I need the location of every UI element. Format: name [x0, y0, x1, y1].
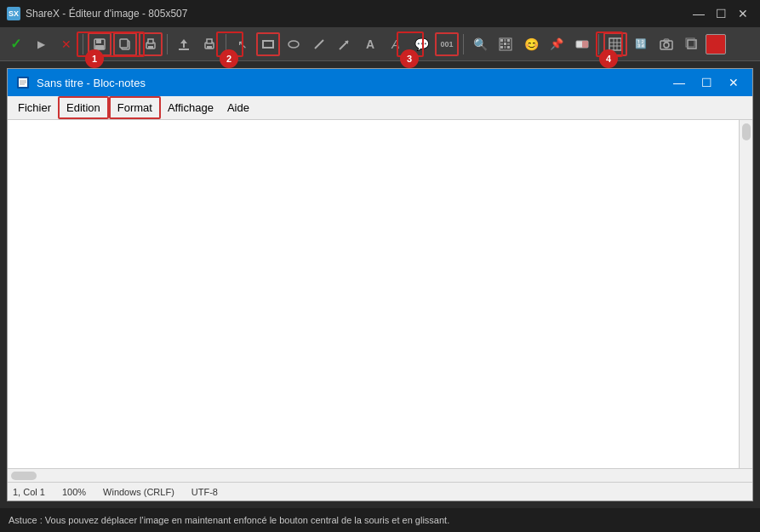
upload-button[interactable] — [172, 32, 196, 56]
cursor-tool[interactable]: ↖ — [231, 32, 254, 56]
svg-rect-19 — [504, 39, 506, 42]
magnify-tool[interactable]: 🔍 — [468, 32, 492, 56]
rectangle-tool[interactable] — [256, 32, 280, 56]
separator-2 — [167, 34, 168, 54]
menu-fichier[interactable]: Fichier — [11, 98, 58, 117]
screenshot-tool[interactable] — [654, 32, 678, 56]
notepad-textarea[interactable] — [8, 120, 739, 468]
sharex-title: ShareX - Éditeur d'image - 805x507 — [26, 8, 689, 20]
svg-rect-29 — [609, 38, 621, 50]
notepad-zoom: 100% — [62, 487, 86, 497]
bottom-scrollbar-thumb — [11, 472, 37, 480]
sharex-tip: Astuce : Vous pouvez déplacer l'image en… — [9, 515, 449, 525]
arrow-tool[interactable] — [333, 32, 357, 56]
notepad-content-area — [8, 120, 752, 468]
copy-button[interactable] — [113, 32, 137, 56]
scrollbar-thumb — [742, 123, 751, 140]
print-button[interactable] — [139, 32, 163, 56]
sticker-tool[interactable]: 📌 — [545, 32, 569, 56]
sharex-titlebar-controls: — ☐ ✕ — [689, 3, 753, 24]
svg-rect-26 — [507, 46, 510, 49]
crop-tool[interactable] — [680, 32, 704, 56]
svg-rect-24 — [500, 46, 503, 49]
notepad-bottom-scrollbar[interactable] — [8, 468, 752, 482]
separator-4 — [463, 34, 464, 54]
svg-rect-1 — [96, 39, 101, 43]
notepad-titlebar: Sans titre - Bloc-notes — ☐ ✕ — [8, 69, 752, 96]
notepad-icon — [14, 74, 31, 91]
counter-tool[interactable]: 001 — [435, 32, 459, 56]
sharex-statusbar: Astuce : Vous pouvez déplacer l'image en… — [0, 508, 760, 532]
sharex-window: SX ShareX - Éditeur d'image - 805x507 — … — [0, 0, 760, 532]
blur-tool[interactable] — [494, 32, 517, 56]
svg-rect-12 — [263, 41, 273, 48]
sharex-titlebar: SX ShareX - Éditeur d'image - 805x507 — … — [0, 0, 760, 27]
erase-tool[interactable] — [570, 32, 594, 56]
grid-tool[interactable] — [603, 32, 627, 56]
ellipse-tool[interactable] — [282, 32, 306, 56]
menu-affichage[interactable]: Affichage — [161, 98, 220, 117]
svg-rect-25 — [504, 46, 506, 49]
steps-tool[interactable]: 🔢 — [629, 32, 653, 56]
sharex-maximize-button[interactable]: ☐ — [711, 3, 731, 24]
svg-rect-2 — [95, 45, 104, 49]
print2-button[interactable] — [197, 32, 221, 56]
svg-rect-6 — [148, 39, 153, 43]
menu-aide[interactable]: Aide — [220, 98, 256, 117]
color-picker[interactable] — [706, 34, 726, 54]
svg-point-35 — [664, 43, 669, 48]
svg-point-13 — [289, 41, 299, 48]
speech-bubble-tool[interactable]: 💬 — [409, 32, 433, 56]
svg-rect-28 — [582, 41, 588, 48]
notepad-close-button[interactable]: ✕ — [722, 71, 746, 94]
separator-3 — [226, 34, 226, 54]
svg-rect-18 — [500, 39, 503, 42]
main-content: Sans titre - Bloc-notes — ☐ ✕ Fic — [0, 61, 760, 508]
notepad-scrollbar[interactable] — [739, 120, 752, 468]
notepad-position: 1, Col 1 — [13, 487, 45, 497]
sharex-minimize-button[interactable]: — — [689, 3, 709, 24]
sharex-icon: SX — [7, 7, 20, 20]
sharex-close-button[interactable]: ✕ — [733, 3, 753, 24]
svg-line-14 — [315, 40, 323, 49]
notepad-controls: — ☐ ✕ — [667, 71, 746, 94]
sharex-toolbar: 1 2 3 4 ✓ ▶ ✕ — [0, 27, 760, 61]
text-styled-tool[interactable]: A — [384, 32, 408, 56]
separator-5 — [598, 34, 599, 54]
separator-1 — [83, 34, 83, 54]
svg-rect-21 — [500, 43, 503, 45]
forward-button[interactable]: ▶ — [29, 32, 53, 56]
discard-button[interactable]: ✕ — [54, 32, 78, 56]
accept-button[interactable]: ✓ — [3, 32, 27, 56]
svg-rect-20 — [507, 39, 510, 42]
save-button[interactable] — [88, 32, 111, 56]
svg-rect-22 — [504, 43, 506, 45]
svg-rect-10 — [207, 39, 212, 43]
svg-rect-23 — [507, 43, 510, 45]
line-tool[interactable] — [307, 32, 331, 56]
notepad-statusbar: 1, Col 1 100% Windows (CRLF) UTF-8 — [8, 482, 752, 501]
menu-format[interactable]: Format — [109, 96, 161, 119]
svg-rect-7 — [148, 46, 153, 49]
text-tool[interactable]: A — [358, 32, 382, 56]
menu-edition[interactable]: Edition — [58, 96, 109, 119]
notepad-menubar: Fichier Edition Format Affichage Aide — [8, 96, 752, 120]
svg-rect-8 — [179, 49, 189, 50]
notepad-maximize-button[interactable]: ☐ — [694, 71, 718, 94]
notepad-charset: UTF-8 — [191, 487, 218, 497]
svg-rect-4 — [120, 39, 128, 48]
svg-rect-11 — [207, 46, 212, 49]
notepad-window: Sans titre - Bloc-notes — ☐ ✕ Fic — [7, 68, 753, 501]
notepad-encoding: Windows (CRLF) — [103, 487, 174, 497]
notepad-minimize-button[interactable]: — — [667, 71, 691, 94]
emoji-tool[interactable]: 😊 — [519, 32, 543, 56]
notepad-title: Sans titre - Bloc-notes — [37, 77, 667, 89]
